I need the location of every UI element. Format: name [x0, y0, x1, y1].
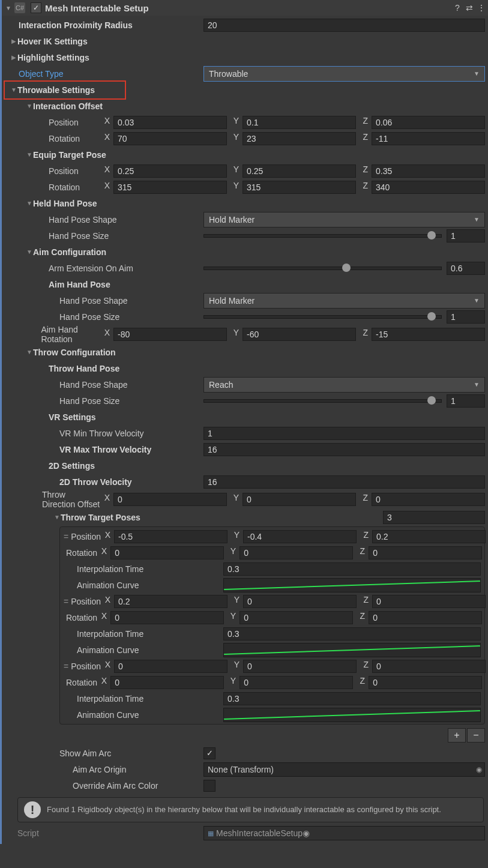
throw-config-foldout[interactable]: ▼ Throw Configuration	[2, 344, 488, 360]
diroff-z[interactable]	[372, 493, 485, 506]
interaction-offset-foldout[interactable]: ▼ Interaction Offset	[2, 98, 488, 114]
script-field: ▦ MeshInteractableSetup ◉	[203, 826, 485, 840]
io-pos-z[interactable]	[372, 116, 485, 129]
highlight-foldout[interactable]: ▶ Highlight Settings	[2, 49, 488, 65]
t1-interp[interactable]	[223, 627, 481, 640]
io-rot-x[interactable]	[113, 132, 227, 145]
et-pos-y[interactable]	[242, 164, 356, 178]
2d-settings-header: 2D Settings	[49, 461, 95, 471]
info-message: ! Found 1 Rigidbody object(s) in the hie…	[17, 797, 484, 822]
component-header[interactable]: ▼ C# ✓ Mesh Interactable Setup ? ⇄ ⋮	[2, 0, 488, 16]
aim-rot-z[interactable]	[372, 328, 485, 341]
t1-curve[interactable]	[223, 643, 481, 657]
equip-target-foldout[interactable]: ▼ Equip Target Pose	[2, 146, 488, 163]
io-rot-y[interactable]	[242, 132, 356, 145]
target-item: = Position X Y Z	[60, 658, 484, 674]
array-add-button[interactable]: +	[448, 728, 466, 743]
held-size-input[interactable]	[447, 229, 485, 243]
drag-handle-icon[interactable]: =	[64, 532, 68, 541]
t0-interp[interactable]	[223, 562, 481, 576]
chevron-down-icon: ▼	[474, 70, 480, 77]
t2-rot-z[interactable]	[369, 676, 482, 689]
object-type-dropdown[interactable]: Throwable▼	[203, 66, 485, 82]
chevron-down-icon: ▼	[474, 297, 480, 304]
script-label: Script	[17, 828, 203, 838]
t2-pos-x[interactable]	[114, 660, 227, 673]
arm-ext-slider[interactable]	[203, 267, 442, 270]
help-icon[interactable]: ?	[451, 3, 463, 13]
array-remove-button[interactable]: −	[467, 728, 485, 743]
chevron-down-icon: ▼	[474, 216, 480, 223]
t0-pos-z[interactable]	[372, 530, 486, 543]
throw-size-slider[interactable]	[203, 399, 442, 403]
chevron-down-icon: ▼	[10, 86, 17, 93]
t2-rot-x[interactable]	[110, 676, 224, 689]
enabled-checkbox[interactable]: ✓	[31, 2, 41, 13]
t2-pos-z[interactable]	[372, 660, 486, 673]
t0-pos-y[interactable]	[243, 530, 357, 543]
chevron-down-icon: ▼	[26, 249, 33, 255]
t0-curve[interactable]	[223, 578, 481, 592]
held-hand-foldout[interactable]: ▼ Held Hand Pose	[2, 195, 488, 211]
drag-handle-icon[interactable]: =	[64, 662, 68, 671]
t1-rot-x[interactable]	[110, 611, 224, 624]
t1-pos-x[interactable]	[114, 595, 227, 608]
throw-targets-foldout[interactable]: ▼ Throw Target Poses	[2, 509, 488, 525]
held-size-slider[interactable]	[203, 234, 442, 238]
aim-arc-origin-field[interactable]: None (Transform)◉	[203, 762, 485, 777]
aim-size-slider[interactable]	[203, 315, 442, 319]
aim-hand-pose-header: Aim Hand Pose	[49, 280, 110, 289]
info-icon: !	[24, 801, 41, 818]
et-pos-z[interactable]	[372, 164, 485, 178]
t2-interp[interactable]	[223, 692, 481, 705]
aim-config-foldout[interactable]: ▼ Aim Configuration	[2, 244, 488, 260]
chevron-down-icon: ▼	[474, 381, 480, 388]
t2-curve[interactable]	[223, 708, 481, 722]
menu-icon[interactable]: ⋮	[475, 3, 487, 13]
vr-max-input[interactable]	[203, 443, 485, 456]
diroff-y[interactable]	[242, 493, 356, 506]
io-pos-y[interactable]	[242, 116, 356, 129]
arm-ext-input[interactable]	[447, 262, 485, 275]
t1-rot-y[interactable]	[239, 611, 353, 624]
t2-pos-y[interactable]	[243, 660, 357, 673]
vr-settings-header: VR Settings	[49, 412, 96, 422]
et-rot-z[interactable]	[372, 181, 485, 194]
target-picker-icon[interactable]: ◉	[476, 765, 482, 774]
io-pos-x[interactable]	[113, 116, 227, 129]
foldout-icon[interactable]: ▼	[4, 5, 13, 11]
io-rot-z[interactable]	[372, 132, 485, 145]
hover-ik-foldout[interactable]: ▶ Hover IK Settings	[2, 33, 488, 49]
t1-pos-y[interactable]	[243, 595, 357, 608]
t0-rot-y[interactable]	[239, 546, 353, 559]
chevron-down-icon: ▼	[26, 200, 33, 206]
t2-rot-y[interactable]	[239, 676, 353, 689]
aim-size-input[interactable]	[447, 310, 485, 324]
proximity-input[interactable]	[203, 19, 485, 32]
vr-min-input[interactable]	[203, 427, 485, 440]
show-aim-arc-checkbox[interactable]: ✓	[203, 747, 215, 759]
drag-handle-icon[interactable]: =	[64, 597, 68, 606]
t0-rot-z[interactable]	[369, 546, 482, 559]
t1-rot-z[interactable]	[369, 611, 482, 624]
t1-pos-z[interactable]	[372, 595, 486, 608]
aim-shape-dropdown[interactable]: Hold Marker▼	[203, 293, 485, 309]
diroff-x[interactable]	[113, 493, 227, 506]
throw-size-input[interactable]	[447, 394, 485, 408]
et-rot-y[interactable]	[242, 181, 356, 194]
aim-rot-x[interactable]	[113, 328, 227, 341]
held-shape-dropdown[interactable]: Hold Marker▼	[203, 212, 485, 228]
et-rot-x[interactable]	[113, 181, 227, 194]
targets-count-input[interactable]	[383, 511, 485, 524]
t0-rot-x[interactable]	[110, 546, 224, 559]
throw-shape-dropdown[interactable]: Reach▼	[203, 377, 485, 393]
preset-icon[interactable]: ⇄	[463, 3, 475, 13]
aim-rot-y[interactable]	[242, 328, 356, 341]
throwable-settings-foldout[interactable]: ▼ Throwable Settings	[2, 82, 488, 98]
io-position-label: Position	[49, 118, 79, 127]
et-pos-x[interactable]	[113, 164, 227, 178]
2d-vel-input[interactable]	[203, 475, 485, 489]
script-icon: C#	[14, 2, 25, 13]
override-color-checkbox[interactable]	[203, 780, 215, 792]
t0-pos-x[interactable]	[114, 530, 227, 543]
